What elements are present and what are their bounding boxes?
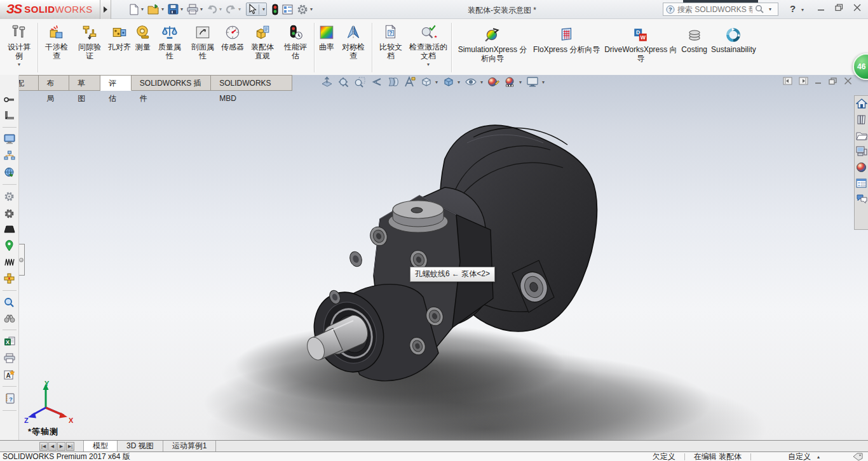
options-dropdown-caret[interactable]: ▾ <box>310 6 313 12</box>
file-properties-button[interactable] <box>281 3 294 16</box>
save-dropdown-caret[interactable]: ▾ <box>180 6 183 12</box>
lamp-shade-icon[interactable] <box>4 225 15 234</box>
view-orientation-button[interactable]: ▾ <box>420 76 438 88</box>
select-dropdown-caret[interactable]: ▾ <box>262 6 265 12</box>
pump-model[interactable] <box>19 75 868 440</box>
sustainability-button[interactable]: Sustainability <box>709 20 758 75</box>
help-search-box[interactable]: ? ▾ <box>663 3 778 16</box>
view-settings-button[interactable]: ▾ <box>526 76 545 88</box>
performance-evaluation-button[interactable]: 性能评估 <box>279 20 312 75</box>
binoculars-icon[interactable] <box>4 314 15 323</box>
redo-button[interactable]: ▾ <box>224 3 242 15</box>
new-dropdown-caret[interactable]: ▾ <box>141 6 144 12</box>
previous-tab-button[interactable]: ◀ <box>48 442 57 451</box>
search-scope-caret[interactable]: ▾ <box>769 6 771 12</box>
options-button[interactable]: ▾ <box>295 3 314 17</box>
3d-views-tab[interactable]: 3D 视图 <box>118 441 163 451</box>
search-input[interactable] <box>677 5 752 14</box>
view-orientation-caret[interactable]: ▾ <box>435 79 438 85</box>
sensor-button[interactable]: 传感器 <box>219 20 246 75</box>
floxpress-button[interactable]: FloXpress 分析向导 <box>531 20 602 75</box>
open-document-button[interactable]: ▾ <box>146 3 165 17</box>
zoom-to-fit-button[interactable] <box>321 76 333 88</box>
new-document-button[interactable]: ▾ <box>128 3 145 17</box>
zoom-to-area-button[interactable] <box>337 76 349 88</box>
customize-caret[interactable]: ▴ <box>817 454 820 460</box>
settings-gear-icon[interactable] <box>4 191 15 202</box>
hide-show-items-button[interactable]: ▾ <box>465 76 483 88</box>
undo-dropdown-caret[interactable]: ▾ <box>219 6 222 12</box>
excel-export-icon[interactable]: X <box>4 337 15 347</box>
restore-document-button[interactable] <box>829 77 837 85</box>
section-properties-button[interactable]: 剖面属性 <box>186 20 219 75</box>
motion-study-tab[interactable]: 运动算例1 <box>163 441 217 451</box>
fastener-key-icon[interactable] <box>4 95 15 104</box>
section-view-button[interactable] <box>387 76 399 88</box>
help-button[interactable]: ? <box>790 3 796 14</box>
select-tool-button[interactable]: ▾ <box>246 3 267 16</box>
cross-fastener-icon[interactable] <box>4 273 15 284</box>
restore-window-button[interactable] <box>835 4 843 11</box>
network-nodes-icon[interactable] <box>4 150 15 161</box>
display-style-caret[interactable]: ▾ <box>458 79 460 85</box>
compare-documents-button[interactable]: ? 比较文档 <box>374 20 407 75</box>
next-tab-button[interactable]: ▶ <box>57 442 65 451</box>
magnify-button[interactable] <box>354 76 366 88</box>
graphics-viewport[interactable] <box>19 75 868 440</box>
screen-icon[interactable] <box>4 134 15 144</box>
spring-icon[interactable] <box>4 258 15 267</box>
simulationxpress-button[interactable]: SimulationXpress 分析向导 <box>454 20 531 75</box>
pane-left-button[interactable] <box>783 77 792 85</box>
feature-tree-grip[interactable] <box>19 244 25 276</box>
minimize-window-button[interactable] <box>817 4 825 11</box>
hide-show-caret[interactable]: ▾ <box>480 79 483 85</box>
forum-tab[interactable] <box>856 194 867 203</box>
print-tool-icon[interactable] <box>4 353 15 363</box>
close-document-button[interactable] <box>844 77 852 85</box>
close-window-button[interactable] <box>853 4 861 11</box>
rebuild-button[interactable] <box>271 3 280 17</box>
file-explorer-tab[interactable] <box>856 131 867 140</box>
first-tab-button[interactable]: |◀ <box>39 442 48 451</box>
clearance-verify-button[interactable]: 间隙验证 <box>73 20 106 75</box>
corner-angle-icon[interactable] <box>4 110 15 121</box>
tab-solidworks-addins[interactable]: SOLIDWORKS 插件 <box>132 75 211 91</box>
check-active-caret[interactable]: ▾ <box>427 62 430 67</box>
driveworksxpress-button[interactable]: DW DriveWorksXpress 向导 <box>602 20 679 75</box>
print-button[interactable]: ▾ <box>186 3 204 16</box>
help-book-icon[interactable]: ? <box>4 393 15 404</box>
design-study-caret[interactable]: ▾ <box>18 62 20 67</box>
view-settings-caret[interactable]: ▾ <box>542 79 545 85</box>
check-active-document-button[interactable]: * 检查激活的文档 ▾ <box>407 20 449 75</box>
view-palette-tab[interactable] <box>856 146 867 156</box>
design-study-button[interactable]: 设计算例 ▾ <box>3 20 36 75</box>
costing-button[interactable]: Costing <box>679 20 709 75</box>
symmetry-check-button[interactable]: 对称检查 <box>337 20 370 75</box>
tab-layout[interactable]: 布局 <box>39 75 70 91</box>
tag-icon[interactable] <box>853 453 863 461</box>
mass-properties-button[interactable]: 质量属性 <box>153 20 186 75</box>
help-dropdown-caret[interactable]: ▾ <box>801 7 804 13</box>
design-library-tab[interactable] <box>857 114 867 125</box>
web-download-icon[interactable] <box>4 167 15 178</box>
appearances-scenes-tab[interactable] <box>856 162 867 173</box>
minimize-document-button[interactable] <box>815 77 822 85</box>
curvature-button[interactable]: 曲率 <box>316 20 337 75</box>
print-dropdown-caret[interactable]: ▾ <box>200 6 203 12</box>
search-icon[interactable] <box>755 4 764 14</box>
display-style-button[interactable]: ▾ <box>442 76 460 88</box>
gear-dark-icon[interactable] <box>4 208 15 219</box>
tab-evaluate[interactable]: 评估 <box>100 75 132 91</box>
hole-alignment-button[interactable]: 孔对齐 <box>106 20 133 75</box>
custom-properties-tab[interactable] <box>856 178 867 188</box>
model-tab[interactable]: 模型 <box>83 441 118 451</box>
edit-appearance-button[interactable] <box>487 76 499 88</box>
redo-dropdown-caret[interactable]: ▾ <box>238 6 241 12</box>
search-magnifier-icon[interactable] <box>4 297 15 308</box>
menu-flyout-button[interactable] <box>100 0 111 19</box>
previous-view-button[interactable] <box>370 76 383 88</box>
last-tab-button[interactable]: ▶| <box>66 442 74 451</box>
annotation-view-button[interactable] <box>403 76 416 88</box>
location-pin-icon[interactable] <box>4 240 14 251</box>
open-dropdown-caret[interactable]: ▾ <box>161 6 164 12</box>
